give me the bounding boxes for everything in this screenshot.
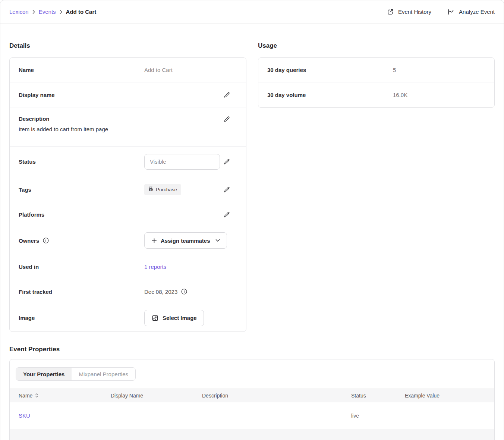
tab-mixpanel-properties[interactable]: Mixpanel Properties — [72, 368, 135, 380]
display-name-label: Display name — [19, 92, 144, 98]
analyze-event-button[interactable]: Analyze Event — [447, 8, 495, 16]
breadcrumb-current-event: Add to Cart — [66, 9, 97, 15]
event-properties-card: Your Properties Mixpanel Properties Name… — [9, 359, 495, 440]
assign-teammates-label: Assign teammates — [161, 238, 210, 244]
usage-card: 30 day queries 5 30 day volume 16.0K — [258, 57, 495, 108]
tags-label: Tags — [19, 186, 144, 193]
select-image-label: Select Image — [163, 315, 197, 321]
chevron-right-icon — [32, 10, 35, 14]
column-header-example-value: Example Value — [405, 393, 494, 399]
properties-table-header: Name Display Name Description Status Exa… — [10, 389, 494, 402]
usage-section: Usage 30 day queries 5 30 day volume 16.… — [258, 37, 495, 332]
used-in-label: Used in — [19, 264, 144, 270]
info-icon[interactable] — [42, 237, 49, 244]
lexicon-event-detail-page: Lexicon Events Add to Cart Event Histo — [0, 0, 504, 440]
description-label: Description — [19, 116, 144, 122]
detail-row-description: Description Item is added to cart from i… — [10, 107, 246, 147]
header-actions: Event History Analyze Event — [387, 8, 495, 16]
detail-row-tags: Tags $ Purchase — [10, 177, 246, 202]
tag-chip-purchase: $ Purchase — [144, 184, 181, 195]
breadcrumb-lexicon[interactable]: Lexicon — [9, 9, 29, 15]
image-icon — [151, 314, 159, 322]
status-label: Status — [19, 158, 144, 165]
property-status: live — [351, 413, 405, 419]
top-bar: Lexicon Events Add to Cart Event Histo — [0, 0, 504, 23]
edit-status-pencil-icon[interactable] — [223, 158, 230, 165]
properties-tab-group: Your Properties Mixpanel Properties — [16, 367, 136, 381]
tag-label: Purchase — [156, 187, 177, 192]
queries-value: 5 — [393, 67, 396, 73]
analyze-event-label: Analyze Event — [459, 9, 495, 15]
edit-tags-pencil-icon[interactable] — [223, 186, 230, 193]
detail-row-platforms: Platforms — [10, 202, 246, 227]
detail-row-display-name: Display name — [10, 82, 246, 107]
column-header-name[interactable]: Name — [19, 393, 32, 399]
property-row-scroll-percent[interactable]: Scroll % live — [10, 429, 494, 440]
name-value: Add to Cart — [144, 67, 173, 73]
event-properties-section: Event Properties Your Properties Mixpane… — [9, 345, 495, 440]
name-label: Name — [19, 67, 144, 73]
chevron-right-icon — [59, 10, 63, 14]
usage-heading: Usage — [258, 41, 495, 50]
volume-value: 16.0K — [393, 92, 407, 98]
detail-row-used-in: Used in 1 reports — [10, 254, 246, 279]
assign-teammates-button[interactable]: Assign teammates — [144, 232, 227, 249]
svg-text:$: $ — [150, 188, 152, 191]
select-image-button[interactable]: Select Image — [144, 310, 204, 326]
usage-row-volume: 30 day volume 16.0K — [258, 82, 494, 107]
used-in-reports-link[interactable]: 1 reports — [144, 264, 166, 270]
image-label: Image — [19, 315, 144, 321]
chevron-down-icon — [215, 239, 220, 242]
detail-row-name: Name Add to Cart — [10, 58, 246, 82]
detail-row-status: Status — [10, 147, 246, 177]
description-value: Item is added to cart from item page — [19, 126, 230, 132]
column-header-status: Status — [351, 393, 405, 399]
breadcrumb-events[interactable]: Events — [39, 9, 56, 15]
first-tracked-value: Dec 08, 2023 — [144, 289, 177, 295]
details-section: Details Name Add to Cart Display name — [9, 37, 246, 332]
external-link-icon — [387, 8, 394, 16]
detail-row-image: Image Select Image — [10, 304, 246, 331]
status-input[interactable] — [144, 154, 220, 170]
property-link-sku[interactable]: SKU — [19, 412, 30, 419]
detail-row-first-tracked: First tracked Dec 08, 2023 — [10, 279, 246, 304]
detail-row-owners: Owners Assign teammates — [10, 227, 246, 254]
event-properties-heading: Event Properties — [9, 345, 495, 354]
queries-label: 30 day queries — [267, 67, 393, 73]
event-history-button[interactable]: Event History — [387, 8, 431, 16]
edit-description-pencil-icon[interactable] — [223, 116, 230, 123]
sort-icon[interactable] — [35, 393, 38, 398]
event-history-label: Event History — [398, 9, 431, 15]
edit-display-name-pencil-icon[interactable] — [223, 91, 230, 98]
column-header-display-name: Display Name — [111, 393, 202, 399]
main-content: Details Name Add to Cart Display name — [0, 23, 504, 440]
column-header-description: Description — [202, 393, 351, 399]
usage-row-queries: 30 day queries 5 — [258, 58, 494, 82]
info-icon[interactable] — [181, 288, 188, 295]
owners-label: Owners — [19, 238, 39, 244]
tab-your-properties[interactable]: Your Properties — [16, 368, 72, 380]
breadcrumb: Lexicon Events Add to Cart — [9, 9, 96, 15]
plus-icon — [151, 238, 157, 243]
money-bag-icon: $ — [148, 186, 153, 193]
edit-platforms-pencil-icon[interactable] — [223, 211, 230, 218]
details-heading: Details — [9, 41, 246, 50]
line-chart-icon — [447, 8, 455, 16]
details-card: Name Add to Cart Display name Descriptio… — [9, 57, 246, 332]
volume-label: 30 day volume — [267, 92, 393, 98]
first-tracked-label: First tracked — [19, 289, 144, 295]
platforms-label: Platforms — [19, 211, 144, 218]
property-row-sku[interactable]: SKU live — [10, 402, 494, 429]
